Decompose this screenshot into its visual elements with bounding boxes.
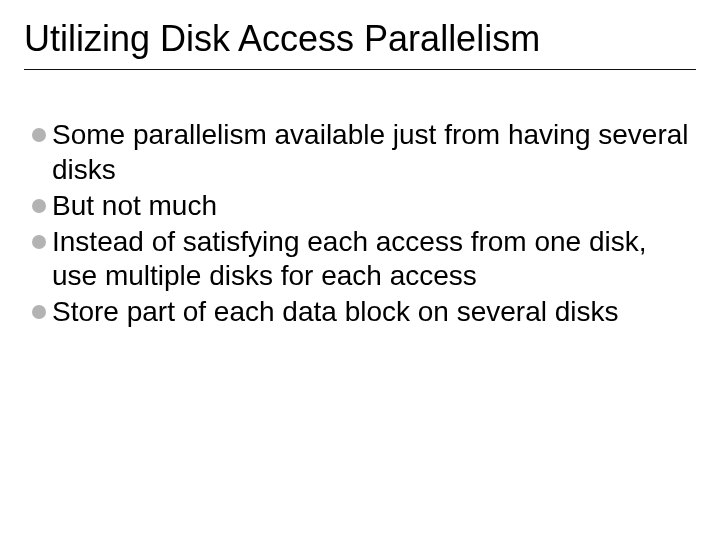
- list-item: Store part of each data block on several…: [32, 295, 696, 329]
- list-item: Some parallelism available just from hav…: [32, 118, 696, 186]
- bullet-text: Instead of satisfying each access from o…: [52, 225, 696, 293]
- bullet-icon: [32, 128, 46, 142]
- bullet-icon: [32, 305, 46, 319]
- bullet-icon: [32, 235, 46, 249]
- bullet-text: But not much: [52, 189, 696, 223]
- bullet-icon: [32, 199, 46, 213]
- slide-title: Utilizing Disk Access Parallelism: [24, 18, 696, 70]
- bullet-text: Some parallelism available just from hav…: [52, 118, 696, 186]
- bullet-list: Some parallelism available just from hav…: [24, 118, 696, 329]
- slide: Utilizing Disk Access Parallelism Some p…: [0, 0, 720, 540]
- bullet-text: Store part of each data block on several…: [52, 295, 696, 329]
- list-item: Instead of satisfying each access from o…: [32, 225, 696, 293]
- list-item: But not much: [32, 189, 696, 223]
